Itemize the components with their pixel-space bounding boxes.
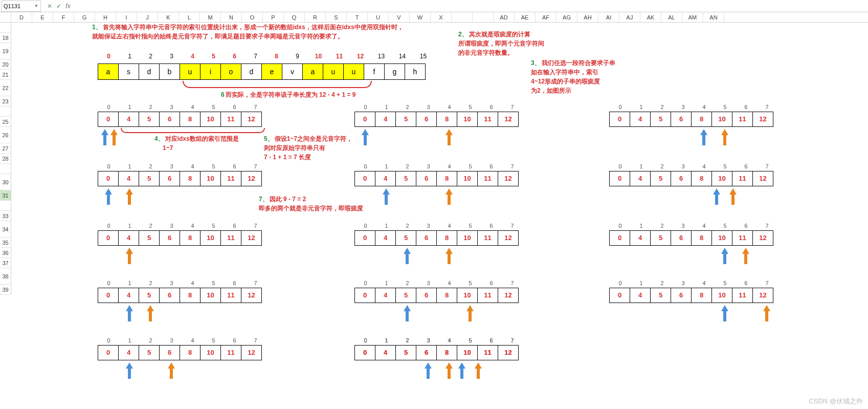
- column-header[interactable]: AK: [640, 12, 661, 22]
- row-header[interactable]: 36: [0, 248, 11, 258]
- idxs-cell: 8: [436, 288, 457, 303]
- column-header[interactable]: V: [389, 12, 410, 22]
- row-header[interactable]: 20: [0, 59, 11, 70]
- column-header[interactable]: AM: [682, 12, 703, 22]
- column-header[interactable]: [452, 12, 473, 22]
- column-header[interactable]: H: [95, 12, 116, 22]
- idxs-cell: 0: [98, 171, 119, 186]
- arrow-orange: [763, 305, 770, 321]
- string-char-cell: d: [139, 63, 160, 80]
- row-header[interactable]: [0, 201, 11, 211]
- column-header[interactable]: N: [221, 12, 242, 22]
- idxs-cell: 4: [630, 171, 651, 186]
- column-header[interactable]: R: [305, 12, 326, 22]
- fx-icon[interactable]: fx: [63, 3, 73, 10]
- row-header[interactable]: [0, 164, 11, 174]
- idxs-cell: 12: [752, 171, 773, 186]
- string-char-cell: e: [261, 63, 282, 80]
- row-header[interactable]: 23: [0, 96, 11, 106]
- check-icon[interactable]: ✓: [54, 3, 63, 10]
- row-header[interactable]: 33: [0, 211, 11, 221]
- idxs-cell: 6: [671, 112, 692, 127]
- row-header[interactable]: 26: [0, 127, 11, 143]
- idxs-cell: 0: [609, 288, 630, 303]
- idxs-cell: 11: [477, 112, 498, 127]
- arrow-orange: [126, 248, 133, 264]
- column-header[interactable]: AI: [598, 12, 619, 22]
- column-header[interactable]: G: [74, 12, 95, 22]
- row-header[interactable]: 19: [0, 43, 11, 59]
- idxs-cell: 10: [457, 171, 478, 186]
- row-header[interactable]: 21: [0, 70, 11, 80]
- column-header[interactable]: D: [11, 12, 32, 22]
- idxs-table: 0123456704568101112: [355, 221, 523, 246]
- column-header[interactable]: AD: [494, 12, 515, 22]
- column-header[interactable]: F: [53, 12, 74, 22]
- idxs-cell: 0: [98, 345, 119, 360]
- row-header[interactable]: 34: [0, 221, 11, 238]
- column-header[interactable]: Q: [284, 12, 305, 22]
- column-header[interactable]: AL: [661, 12, 682, 22]
- column-header[interactable]: AF: [536, 12, 557, 22]
- column-header[interactable]: T: [347, 12, 368, 22]
- row-header[interactable]: [0, 23, 11, 33]
- idxs-cell: 0: [98, 230, 119, 246]
- idxs-cell: 12: [241, 345, 262, 360]
- idxs-cell: 5: [650, 112, 671, 127]
- row-header[interactable]: 37: [0, 258, 11, 268]
- string-index: 13: [371, 51, 392, 61]
- column-header[interactable]: L: [179, 12, 200, 22]
- arrow-orange: [110, 129, 118, 145]
- column-header[interactable]: P: [263, 12, 284, 22]
- row-header[interactable]: 28: [0, 154, 11, 164]
- idxs-cell: 8: [180, 171, 201, 186]
- cancel-icon[interactable]: ✕: [45, 3, 54, 10]
- idxs-cell: 5: [139, 345, 160, 360]
- idxs-range-brace: [121, 128, 265, 133]
- row-header[interactable]: 30: [0, 174, 11, 190]
- idxs-cell: 10: [457, 112, 478, 127]
- column-header[interactable]: E: [32, 12, 53, 22]
- idxs-cell: 5: [139, 288, 160, 303]
- column-header[interactable]: AE: [515, 12, 536, 22]
- column-header[interactable]: AG: [557, 12, 577, 22]
- row-header[interactable]: 18: [0, 33, 11, 43]
- idxs-cell: 0: [354, 288, 375, 303]
- column-header[interactable]: M: [200, 12, 221, 22]
- column-header[interactable]: U: [368, 12, 389, 22]
- name-box[interactable]: Q1131 ▼: [1, 1, 41, 12]
- row-header[interactable]: 22: [0, 80, 11, 96]
- string-char-cell: i: [200, 63, 221, 80]
- row-header[interactable]: 27: [0, 143, 11, 154]
- row-header[interactable]: 39: [0, 285, 11, 295]
- column-header[interactable]: K: [158, 12, 179, 22]
- column-header[interactable]: S: [326, 12, 347, 22]
- idxs-cell: 6: [416, 112, 437, 127]
- idxs-cell: 4: [630, 230, 651, 246]
- string-char-cell: f: [364, 63, 385, 80]
- idxs-cell: 6: [159, 288, 180, 303]
- column-header[interactable]: X: [431, 12, 452, 22]
- row-header[interactable]: 25: [0, 117, 11, 127]
- column-header[interactable]: W: [410, 12, 431, 22]
- string-index: 11: [329, 51, 350, 61]
- idxs-cell: 0: [354, 171, 375, 186]
- idxs-cell: 12: [241, 230, 262, 246]
- row-header[interactable]: 38: [0, 268, 11, 285]
- column-header[interactable]: AH: [577, 12, 598, 22]
- column-header[interactable]: [473, 12, 494, 22]
- row-header[interactable]: 31: [0, 190, 11, 201]
- column-header[interactable]: J: [137, 12, 158, 22]
- column-header[interactable]: AN: [703, 12, 724, 22]
- column-header[interactable]: O: [242, 12, 263, 22]
- string-index: 7: [245, 51, 266, 61]
- chevron-down-icon[interactable]: ▼: [34, 4, 38, 8]
- column-header[interactable]: I: [116, 12, 137, 22]
- idxs-cell: 0: [354, 112, 375, 127]
- idxs-cell: 4: [118, 288, 139, 303]
- row-header[interactable]: [0, 106, 11, 117]
- idxs-cell: 10: [711, 171, 732, 186]
- row-header[interactable]: 35: [0, 238, 11, 248]
- idxs-cell: 11: [477, 230, 498, 246]
- column-header[interactable]: AJ: [619, 12, 640, 22]
